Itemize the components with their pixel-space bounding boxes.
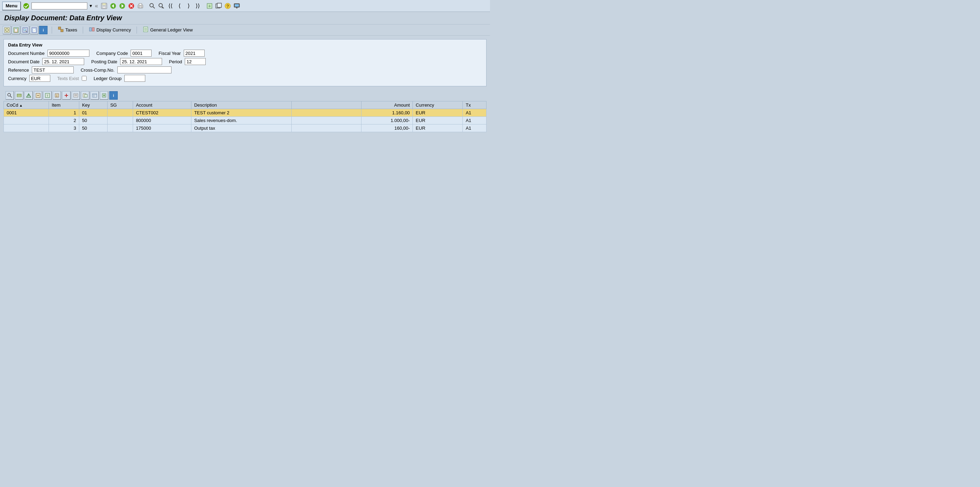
table-cell: EUR: [413, 117, 463, 125]
nav2-icon[interactable]: ⟨: [176, 2, 183, 10]
monitor-icon[interactable]: [233, 2, 241, 10]
posting-date-input[interactable]: [120, 58, 162, 65]
table-row[interactable]: 250800000Sales revenues-dom.1.000,00-EUR…: [4, 117, 487, 125]
data-entry-panel: Data Entry View Document Numbe Company C…: [3, 39, 487, 86]
command-input[interactable]: [32, 2, 88, 10]
fiscal-year-label: Fiscal Year: [159, 51, 181, 56]
table-btn-5[interactable]: T: [43, 91, 52, 100]
col-key: Key: [79, 101, 107, 109]
table-btn-7[interactable]: [62, 91, 70, 100]
find2-icon[interactable]: +: [158, 2, 165, 10]
currency-input[interactable]: [29, 75, 50, 82]
table-cell: 1.160,00: [361, 109, 413, 117]
dropdown-arrow[interactable]: ▼: [89, 3, 93, 8]
svg-rect-26: [5, 28, 10, 32]
period-label: Period: [169, 59, 182, 64]
taxes-icon: [57, 26, 64, 34]
col-spacer: [291, 101, 361, 109]
save-icon[interactable]: [100, 2, 108, 10]
table-btn-3[interactable]: [24, 91, 33, 100]
help-icon[interactable]: ?: [224, 2, 232, 10]
fiscal-year-input[interactable]: [184, 49, 205, 57]
svg-point-42: [8, 93, 11, 96]
table-btn-10[interactable]: [91, 91, 99, 100]
svg-rect-11: [139, 6, 142, 8]
col-account: Account: [133, 101, 191, 109]
find-icon[interactable]: [148, 2, 156, 10]
table-cell: 175000: [133, 125, 191, 132]
toolbar-icon-1[interactable]: [3, 26, 11, 34]
taxes-button[interactable]: Taxes: [56, 26, 79, 34]
table-btn-8[interactable]: [72, 91, 80, 100]
menu-button[interactable]: Menu: [2, 2, 21, 11]
display-currency-label: Display Currency: [96, 27, 131, 32]
svg-point-12: [150, 3, 153, 7]
toolbar-icon-4[interactable]: 📄: [30, 26, 38, 34]
toolbar-sep1: [146, 2, 147, 10]
table-info-icon[interactable]: i: [109, 91, 118, 100]
table-btn-4[interactable]: [34, 91, 42, 100]
svg-text:📄: 📄: [32, 28, 37, 32]
toolbar-divider-3: [137, 27, 137, 34]
svg-line-43: [10, 96, 12, 97]
table-btn-search[interactable]: [6, 91, 14, 100]
table-row[interactable]: 350175000Output tax160,00-EURA1: [4, 125, 487, 132]
texts-exist-checkbox[interactable]: [82, 76, 87, 81]
toolbar-icon-2[interactable]: 📋: [12, 26, 20, 34]
col-description: Description: [191, 101, 291, 109]
table-btn-9[interactable]: [81, 91, 89, 100]
toolbar-icon-3[interactable]: 🔍: [21, 26, 29, 34]
table-header-row: CoCd Item Key SG Account Description Amo…: [4, 101, 487, 109]
title-bar: Display Document: Data Entry View: [0, 12, 490, 24]
table-btn-6[interactable]: Σ: [53, 91, 61, 100]
col-currency: Currency: [413, 101, 463, 109]
green-check-icon[interactable]: [22, 2, 30, 10]
cross-comp-input[interactable]: [117, 66, 172, 73]
period-input[interactable]: [185, 58, 206, 65]
col-sg: SG: [107, 101, 133, 109]
info-icon[interactable]: i: [39, 26, 48, 34]
forward-green-icon[interactable]: [118, 2, 126, 10]
nav3-icon[interactable]: ⟩: [185, 2, 192, 10]
table-cell: 2: [49, 117, 79, 125]
table-cell: 0001: [4, 109, 49, 117]
svg-line-13: [153, 6, 155, 8]
menu-bar: Menu ▼ « + ⟨⟨ ⟨ ⟩ ⟩⟩ + ?: [0, 0, 490, 12]
form-row-1: Document Numbe Company Code Fiscal Year: [8, 49, 482, 57]
form-row-4: Currency Texts Exist Ledger Group: [8, 75, 482, 82]
table-cell: TEST customer 2: [191, 109, 291, 117]
general-ledger-button[interactable]: General Ledger View: [141, 26, 194, 34]
cancel-red-icon[interactable]: [127, 2, 135, 10]
table-cell: A1: [463, 109, 487, 117]
reference-input[interactable]: [32, 66, 74, 73]
table-cell: 800000: [133, 117, 191, 125]
svg-rect-37: [92, 28, 94, 31]
table-btn-2[interactable]: [15, 91, 24, 100]
posting-date-label: Posting Date: [91, 59, 117, 64]
toolbar-group-icons: 📋 🔍 📄 i: [3, 26, 48, 34]
table-cell: [4, 125, 49, 132]
texts-exist-label: Texts Exist: [57, 76, 79, 81]
table-cell: A1: [463, 117, 487, 125]
currency-label: Currency: [8, 76, 27, 81]
svg-rect-10: [139, 3, 142, 5]
window-icon[interactable]: [215, 2, 223, 10]
ledger-group-input[interactable]: [124, 75, 145, 82]
table-cell: [4, 117, 49, 125]
table-cell: [107, 109, 133, 117]
doc-date-label: Document Date: [8, 59, 40, 64]
doc-number-input[interactable]: [48, 49, 89, 57]
table-cell: A1: [463, 125, 487, 132]
display-currency-button[interactable]: Display Currency: [88, 26, 132, 34]
new-icon[interactable]: +: [206, 2, 213, 10]
print-icon[interactable]: [137, 2, 144, 10]
reference-cell: Reference: [8, 66, 74, 73]
table-btn-11[interactable]: [100, 91, 108, 100]
back-green-icon[interactable]: [109, 2, 117, 10]
table-row[interactable]: 0001101CTEST002TEST customer 21.160,00EU…: [4, 109, 487, 117]
svg-rect-35: [61, 29, 63, 32]
doc-date-input[interactable]: [42, 58, 84, 65]
nav1-icon[interactable]: ⟨⟨: [167, 2, 174, 10]
nav4-icon[interactable]: ⟩⟩: [194, 2, 202, 10]
company-code-input[interactable]: [130, 49, 151, 57]
